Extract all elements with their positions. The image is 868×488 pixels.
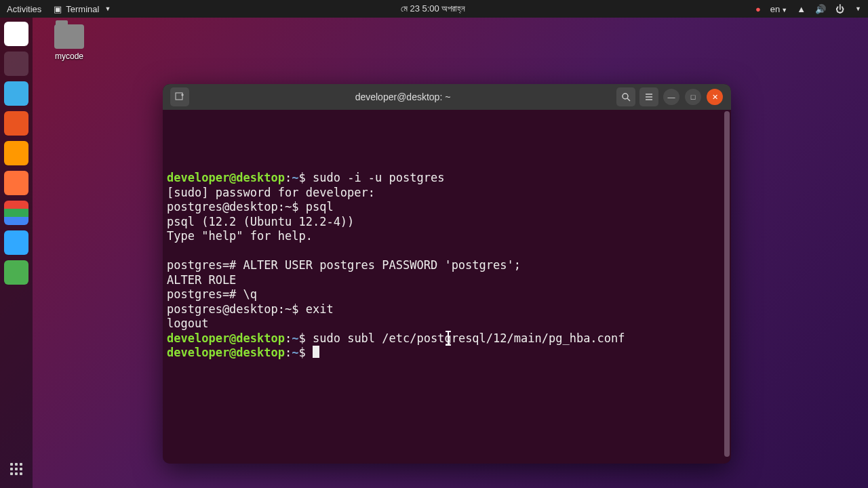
chevron-down-icon: ▼ xyxy=(104,5,111,12)
desktop-folder-mycode[interactable]: mycode xyxy=(49,24,90,61)
terminal-line: postgres=# \q xyxy=(167,287,727,302)
minimize-button[interactable]: — xyxy=(663,89,679,105)
terminal-line: [sudo] password for developer: xyxy=(167,186,727,201)
app-menu-label: Terminal xyxy=(66,4,99,14)
svg-rect-0 xyxy=(176,93,182,100)
folder-icon xyxy=(54,24,84,49)
terminal-line: logout xyxy=(167,317,727,331)
dock-item-software[interactable] xyxy=(4,111,28,136)
dock-item-phpstorm[interactable] xyxy=(4,230,28,255)
show-applications-button[interactable] xyxy=(4,457,28,481)
app-menu[interactable]: ▣ Terminal ▼ xyxy=(54,4,111,14)
input-language[interactable]: en▼ xyxy=(770,4,787,14)
hamburger-menu-button[interactable] xyxy=(639,87,658,106)
terminal-line: ALTER ROLE xyxy=(167,273,727,288)
activities-button[interactable]: Activities xyxy=(7,4,41,14)
terminal-line: Type "help" for help. xyxy=(167,229,727,244)
svg-line-4 xyxy=(627,98,630,101)
terminal-line xyxy=(167,244,727,259)
system-menu-chevron-icon[interactable]: ▼ xyxy=(855,5,861,12)
dock-item-chrome[interactable] xyxy=(4,201,28,225)
power-icon[interactable]: ⏻ xyxy=(835,4,844,14)
terminal-line: postgres@desktop:~$ psql xyxy=(167,200,727,215)
new-tab-button[interactable] xyxy=(170,87,189,106)
terminal-small-icon: ▣ xyxy=(54,4,62,14)
record-indicator-icon[interactable]: ● xyxy=(755,4,761,14)
terminal-line: developer@desktop:~$ sudo -i -u postgres xyxy=(167,171,727,186)
input-language-label: en xyxy=(770,4,780,14)
dock-item-sublime[interactable] xyxy=(4,141,28,165)
clock[interactable]: মে 23 5:00 অপরাহ্ন xyxy=(111,3,755,14)
svg-point-3 xyxy=(623,94,628,99)
close-icon: ✕ xyxy=(712,93,718,102)
terminal-line: postgres@desktop:~$ exit xyxy=(167,302,727,317)
dock-item-gedit[interactable] xyxy=(4,81,28,106)
dock-item-files[interactable] xyxy=(4,22,28,46)
text-cursor-ibeam xyxy=(448,332,449,344)
new-tab-icon xyxy=(175,92,184,102)
terminal-header[interactable]: developer@desktop: ~ — □ ✕ xyxy=(163,84,731,110)
terminal-line: developer@desktop:~$ xyxy=(167,346,727,361)
dock-item-firefox[interactable] xyxy=(4,171,28,195)
dock-item-terminal[interactable] xyxy=(4,52,28,76)
close-button[interactable]: ✕ xyxy=(707,89,723,105)
top-bar: Activities ▣ Terminal ▼ মে 23 5:00 অপরাহ… xyxy=(0,0,868,18)
dock xyxy=(0,18,33,488)
terminal-window: developer@desktop: ~ — □ ✕ developer@des… xyxy=(163,84,731,464)
search-icon xyxy=(621,92,631,102)
terminal-line: psql (12.2 (Ubuntu 12.2-4)) xyxy=(167,215,727,230)
maximize-icon: □ xyxy=(691,93,696,101)
terminal-line: postgres=# ALTER USER postgres PASSWORD … xyxy=(167,258,727,273)
maximize-button[interactable]: □ xyxy=(685,89,701,105)
terminal-body[interactable]: developer@desktop:~$ sudo -i -u postgres… xyxy=(163,110,731,464)
wifi-icon[interactable]: ▲ xyxy=(797,4,806,14)
volume-icon[interactable]: 🔊 xyxy=(815,4,826,14)
desktop-folder-label: mycode xyxy=(49,52,90,61)
search-button[interactable] xyxy=(616,87,635,106)
dock-item-geo[interactable] xyxy=(4,260,28,285)
minimize-icon: — xyxy=(668,93,675,101)
terminal-line: developer@desktop:~$ sudo subl /etc/post… xyxy=(167,331,727,346)
hamburger-icon xyxy=(644,92,654,102)
terminal-title: developer@desktop: ~ xyxy=(191,92,614,102)
scrollbar[interactable] xyxy=(724,111,730,457)
